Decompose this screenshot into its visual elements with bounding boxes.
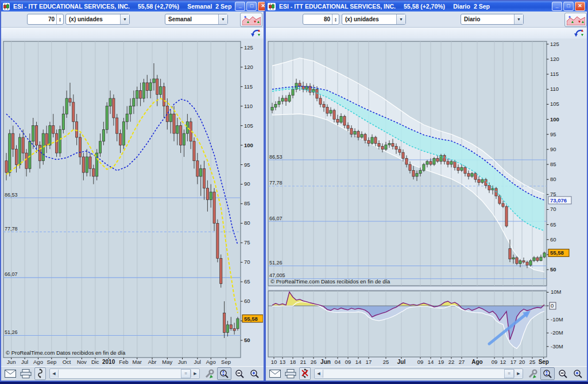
svg-text:95: 95 <box>550 131 556 137</box>
svg-text:0: 0 <box>551 302 554 309</box>
units-count-input[interactable]: 80 ▲▼ <box>303 14 339 25</box>
minimize-button[interactable]: _ <box>235 2 245 11</box>
svg-text:110: 110 <box>244 103 253 109</box>
spinner-arrows-icon[interactable]: ▲▼ <box>332 14 339 24</box>
email-icon[interactable] <box>268 368 282 379</box>
svg-text:17: 17 <box>366 359 372 365</box>
chart-style-icon: ✦ <box>242 14 261 25</box>
titlebar-daily[interactable]: ESI - ITT EDUCATIONAL SERVICES, INC. 55,… <box>266 1 587 11</box>
svg-text:110: 110 <box>550 86 559 92</box>
svg-text:Jun: Jun <box>320 359 331 365</box>
indicator-settings-icon[interactable] <box>527 368 539 379</box>
chart-style-button[interactable]: ✦ <box>240 13 262 27</box>
title-last-price: 55,58 (+2,70%) <box>138 3 179 10</box>
chevron-down-icon[interactable]: ▼ <box>396 14 405 24</box>
svg-text:75: 75 <box>244 239 250 245</box>
zoom-out-icon[interactable] <box>556 368 570 379</box>
svg-text:55,58: 55,58 <box>244 316 258 322</box>
title-timeframe: Diario <box>453 3 470 10</box>
svg-text:70: 70 <box>244 259 250 265</box>
fit-vertical-zoom-icon[interactable] <box>540 367 555 380</box>
svg-text:21: 21 <box>300 359 307 365</box>
chevron-down-icon[interactable]: ▼ <box>514 14 523 24</box>
prorealtime-workspace: ESI - ITT EDUCATIONAL SERVICES, INC. 55,… <box>0 0 588 384</box>
titlebar-weekly[interactable]: ESI - ITT EDUCATIONAL SERVICES, INC. 55,… <box>1 1 264 11</box>
svg-text:Ago: Ago <box>471 359 482 365</box>
print-icon[interactable] <box>19 368 33 379</box>
svg-text:60: 60 <box>244 298 250 304</box>
chart-style-icon: ✦ <box>567 14 585 25</box>
svg-text:-30M: -30M <box>551 343 563 350</box>
svg-text:26: 26 <box>311 359 317 365</box>
maximize-button[interactable]: □ <box>246 2 257 11</box>
svg-text:125: 125 <box>550 41 559 47</box>
timeframe-dropdown[interactable]: Diario ▼ <box>461 14 524 25</box>
svg-text:-20M: -20M <box>551 329 563 336</box>
chart-subheader <box>1 28 264 39</box>
svg-text:13: 13 <box>280 359 286 365</box>
zoom-out-icon[interactable] <box>233 368 246 379</box>
units-count-input[interactable]: 70 ▲▼ <box>27 14 64 25</box>
svg-text:Sep: Sep <box>221 359 231 365</box>
scrollbar-thumb[interactable]: = <box>181 369 191 378</box>
svg-text:May: May <box>162 359 172 365</box>
weekly-price-chart[interactable]: 86,5377,7866,0751,2612512011511010510095… <box>2 38 263 366</box>
horizontal-scrollbar[interactable]: ◀ = ▶ <box>314 368 523 379</box>
horizontal-scrollbar[interactable]: ◀ = ▶ <box>49 368 200 379</box>
scrollbar-thumb[interactable]: = <box>504 369 514 378</box>
link-charts-disabled-icon[interactable] <box>299 367 311 380</box>
svg-text:120: 120 <box>244 64 253 70</box>
indicator-settings-icon[interactable] <box>203 368 215 379</box>
svg-text:55,58: 55,58 <box>550 249 564 256</box>
svg-text:86,53: 86,53 <box>269 154 283 160</box>
units-type-dropdown[interactable]: (x) unidades ▼ <box>342 14 406 25</box>
svg-text:77,78: 77,78 <box>269 180 283 186</box>
svg-text:Feb: Feb <box>119 359 128 365</box>
statusbar-weekly: ◀ = ▶ <box>1 366 264 381</box>
spinner-arrows-icon[interactable]: ▲▼ <box>56 14 63 24</box>
svg-text:Mar: Mar <box>133 359 142 365</box>
scroll-right-icon[interactable]: ▶ <box>191 370 199 378</box>
svg-text:100: 100 <box>550 116 559 122</box>
zoom-in-icon[interactable] <box>248 368 261 379</box>
chevron-down-icon[interactable]: ▼ <box>120 14 129 24</box>
candlestick-app-icon <box>268 3 276 10</box>
svg-text:Jul: Jul <box>397 359 406 365</box>
svg-text:86,53: 86,53 <box>5 192 18 198</box>
svg-text:66,07: 66,07 <box>5 271 18 277</box>
maximize-button[interactable]: □ <box>563 2 574 11</box>
scroll-right-icon[interactable]: ▶ <box>514 370 523 378</box>
svg-text:18: 18 <box>290 359 296 365</box>
svg-text:14: 14 <box>355 359 362 365</box>
svg-text:12: 12 <box>500 359 506 365</box>
svg-text:120: 120 <box>550 56 559 62</box>
svg-text:85: 85 <box>244 200 250 206</box>
fit-vertical-zoom-icon[interactable] <box>217 367 231 380</box>
link-charts-icon[interactable] <box>34 367 46 380</box>
chart-style-button[interactable]: ✦ <box>564 13 587 27</box>
timeframe-dropdown[interactable]: Semanal ▼ <box>165 14 228 25</box>
svg-text:125: 125 <box>244 44 253 51</box>
svg-text:09: 09 <box>345 359 351 365</box>
print-icon[interactable] <box>284 368 297 379</box>
units-type-dropdown[interactable]: (x) unidades ▼ <box>65 14 130 25</box>
statusbar-daily: ◀ = ▶ <box>266 366 587 381</box>
chevron-down-icon[interactable]: ▼ <box>218 14 227 24</box>
svg-text:-10M: -10M <box>551 316 563 322</box>
svg-text:60: 60 <box>550 236 556 243</box>
scroll-left-icon[interactable]: ◀ <box>315 370 323 378</box>
zoom-in-icon[interactable] <box>571 368 585 379</box>
toolbar-weekly: 70 ▲▼ (x) unidades ▼ Semanal ▼ ✦ <box>1 11 264 28</box>
svg-text:✦: ✦ <box>243 15 247 19</box>
svg-text:77,78: 77,78 <box>5 226 18 232</box>
svg-text:22: 22 <box>448 359 455 365</box>
close-button[interactable]: ✕ <box>575 2 585 11</box>
svg-text:90: 90 <box>550 146 556 152</box>
svg-text:Abr: Abr <box>148 359 157 365</box>
minimize-button[interactable]: _ <box>552 2 562 11</box>
daily-price-chart[interactable]: 86,5377,7866,0751,2647,00512512011511010… <box>266 38 586 366</box>
title-last-price: 55,58 (+2,70%) <box>404 3 445 10</box>
svg-text:70: 70 <box>550 206 556 212</box>
email-icon[interactable] <box>3 368 17 379</box>
scroll-left-icon[interactable]: ◀ <box>50 370 59 378</box>
